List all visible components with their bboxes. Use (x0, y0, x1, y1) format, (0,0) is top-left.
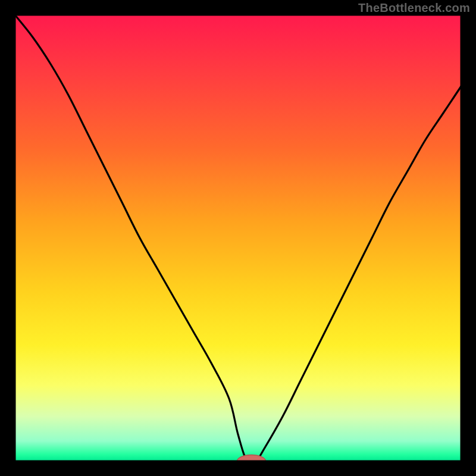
bottleneck-chart (0, 0, 476, 476)
watermark-text: TheBottleneck.com (358, 1, 470, 15)
chart-stage: TheBottleneck.com (0, 0, 476, 476)
plot-background (15, 15, 461, 461)
